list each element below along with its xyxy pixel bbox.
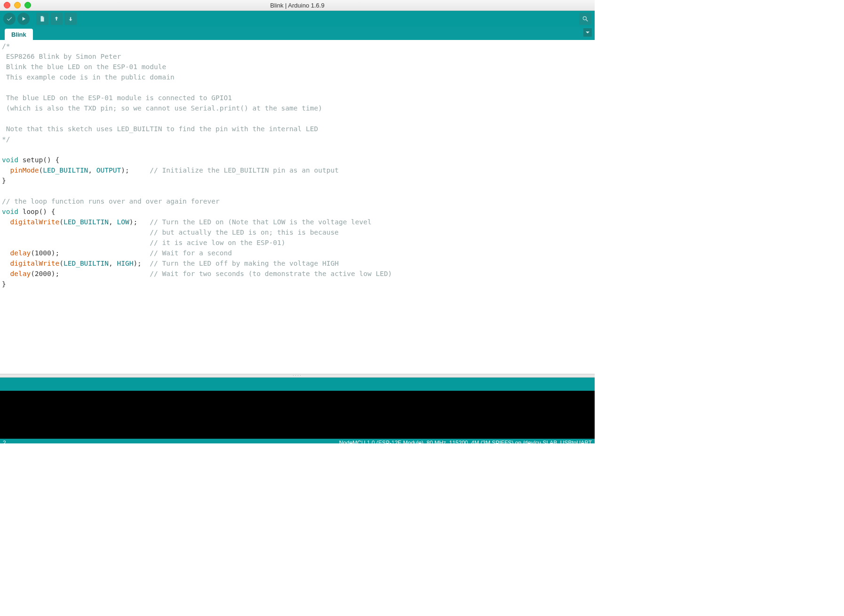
svg-point-0 — [583, 16, 586, 20]
svg-line-1 — [586, 20, 588, 22]
verify-button[interactable] — [3, 13, 16, 25]
footer-bar: 2 NodeMCU 1.0 (ESP-12E Module), 80 MHz, … — [0, 439, 595, 443]
board-status: NodeMCU 1.0 (ESP-12E Module), 80 MHz, 11… — [339, 440, 592, 444]
serial-monitor-button[interactable] — [579, 13, 591, 25]
sketch-tab-blink[interactable]: Blink — [5, 29, 33, 40]
arrow-down-icon — [67, 16, 74, 22]
zoom-window-button[interactable] — [24, 2, 31, 8]
minimize-window-button[interactable] — [14, 2, 21, 8]
code-editor[interactable]: /* ESP8266 Blink by Simon Peter Blink th… — [0, 40, 595, 374]
chevron-down-icon — [585, 30, 590, 35]
upload-button[interactable] — [17, 13, 30, 25]
save-sketch-button[interactable] — [64, 13, 77, 25]
console-output[interactable] — [0, 391, 595, 439]
line-number: 2 — [3, 440, 6, 444]
window-title: Blink | Arduino 1.6.9 — [270, 2, 324, 9]
toolbar — [0, 11, 595, 27]
magnifier-icon — [582, 16, 589, 22]
new-sketch-button[interactable] — [36, 13, 48, 25]
status-strip — [0, 378, 595, 391]
close-window-button[interactable] — [4, 2, 10, 8]
code-text: /* ESP8266 Blink by Simon Peter Blink th… — [2, 41, 593, 289]
tab-menu-button[interactable] — [583, 28, 592, 37]
open-sketch-button[interactable] — [50, 13, 63, 25]
window-controls — [4, 2, 31, 8]
editor-console-divider[interactable] — [0, 374, 595, 378]
sketch-tab-bar: Blink — [0, 27, 595, 40]
window-titlebar: Blink | Arduino 1.6.9 — [0, 0, 595, 11]
arrow-up-icon — [53, 16, 60, 22]
arrow-right-icon — [20, 16, 27, 22]
file-icon — [39, 16, 46, 22]
check-icon — [6, 16, 13, 22]
